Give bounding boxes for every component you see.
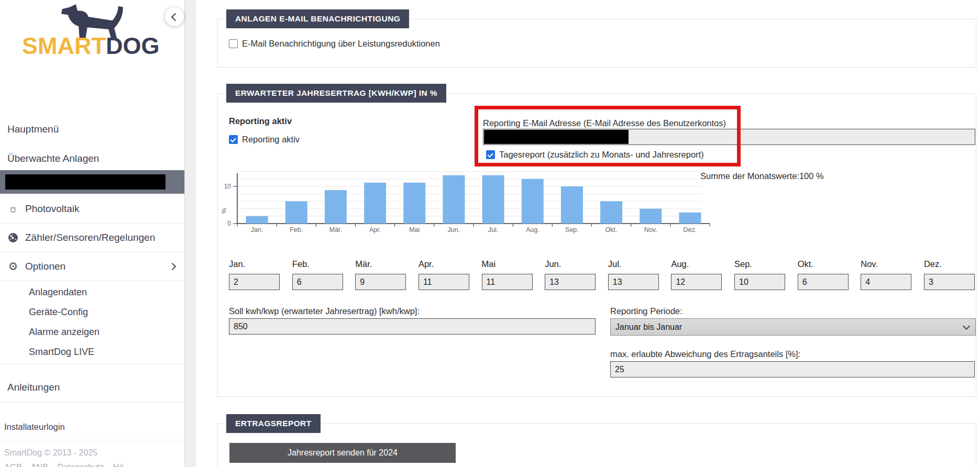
month-label: Aug. <box>671 259 722 269</box>
chevron-down-icon <box>963 322 970 329</box>
leistungsreduktion-checkbox-label: E-Mail Benachrichtigung über Leistungsre… <box>242 39 440 49</box>
month-label: Okt. <box>798 259 849 269</box>
month-label: Apr. <box>419 259 469 269</box>
svg-text:Nov.: Nov. <box>644 226 657 234</box>
sidebar-item-hauptmenu[interactable]: Hauptmenü <box>7 124 59 135</box>
leistungsreduktion-checkbox[interactable] <box>229 39 238 48</box>
sidebar-subitem-smartdog-live[interactable]: SmartDog LIVE <box>29 347 94 358</box>
reporting-aktiv-heading: Reporting aktiv <box>229 116 292 126</box>
bar-dez <box>679 213 701 224</box>
month-input-col-feb: Feb. <box>292 259 343 290</box>
month-percentage-input[interactable] <box>798 274 849 290</box>
month-label: Jan. <box>229 259 280 269</box>
monthly-yield-bar-chart: 010%Jan.Feb.Mär.Apr.MaiJun.Jul.Aug.Sep.O… <box>220 170 715 238</box>
sun-icon: ☼ <box>6 202 20 216</box>
sidebar-item-ueberwachte-anlagen[interactable]: Überwachte Anlagen <box>7 153 99 164</box>
redacted-plant-name <box>5 174 166 190</box>
svg-text:%: % <box>221 208 228 214</box>
ertragsreport-section-title: ERTRAGSREPORT <box>226 414 321 433</box>
svg-text:Feb.: Feb. <box>290 226 303 234</box>
month-input-col-aug: Aug. <box>671 259 722 290</box>
monthly-sum-text: Summe der Monatswerte:100 % <box>700 171 824 181</box>
sidebar-collapse-button[interactable] <box>165 7 184 26</box>
month-input-col-mai: Mai <box>482 259 533 290</box>
sidebar-item-active-plant[interactable] <box>0 170 184 194</box>
bar-sep <box>561 186 583 224</box>
divider <box>0 402 184 403</box>
svg-text:Jan.: Jan. <box>251 226 263 234</box>
smartdog-logo: SMARTDOG <box>20 3 161 60</box>
svg-text:Apr.: Apr. <box>369 226 381 234</box>
reporting-periode-label: Reporting Periode: <box>610 306 682 316</box>
logo-smart: SMART <box>22 32 106 59</box>
month-label: Nov. <box>861 259 911 269</box>
month-input-col-nov: Nov. <box>861 259 911 290</box>
abweichung-label: max. erlaubte Abweichung des Ertragsante… <box>610 349 800 359</box>
bar-nov <box>640 209 662 224</box>
soll-kwh-label: Soll kwh/kwp (erwarteter Jahresertrag) [… <box>229 306 420 316</box>
reporting-periode-select[interactable]: Januar bis Januar <box>610 318 976 336</box>
chevron-right-icon <box>169 263 176 270</box>
soll-kwh-input[interactable] <box>229 318 596 335</box>
month-percentage-input[interactable] <box>419 274 469 290</box>
month-percentage-input[interactable] <box>482 274 533 290</box>
bar-jan <box>246 216 268 224</box>
svg-text:Mär.: Mär. <box>329 226 342 234</box>
month-input-col-sep: Sep. <box>734 259 785 290</box>
sidebar-item-photovoltaik[interactable]: ☼ Photovoltaik <box>0 194 184 223</box>
sidebar-subitem-geraete-config[interactable]: Geräte-Config <box>29 307 88 318</box>
month-percentage-input[interactable] <box>861 274 911 290</box>
tagesreport-checkbox-row[interactable]: Tagesreport (zusätzlich zu Monats- und J… <box>486 150 704 160</box>
month-label: Mär. <box>355 259 406 269</box>
reporting-aktiv-checkbox[interactable] <box>229 135 238 144</box>
expected-yield-section-title: ERWARTETER JAHRESERTRAG [KWH/KWP] IN % <box>226 84 446 103</box>
month-percentage-input[interactable] <box>229 274 280 290</box>
svg-text:Mai: Mai <box>409 226 420 234</box>
divider <box>0 281 184 281</box>
month-label: Feb. <box>292 259 343 269</box>
month-input-col-jan: Jan. <box>229 259 280 290</box>
month-percentage-input[interactable] <box>734 274 785 290</box>
footer-links[interactable]: AGB – ANB – Datenschutz – Hä <box>4 463 124 467</box>
tagesreport-checkbox-label: Tagesreport (zusätzlich zu Monats- und J… <box>499 150 704 160</box>
bar-apr <box>364 183 386 224</box>
month-percentage-input[interactable] <box>292 274 343 290</box>
month-percentage-input[interactable] <box>608 274 659 290</box>
sidebar-subitem-anlagendaten[interactable]: Anlagendaten <box>29 287 87 298</box>
reporting-aktiv-checkbox-label: Reporting aktiv <box>242 135 300 144</box>
jahresreport-senden-button[interactable]: Jahresreport senden für 2024 <box>229 443 456 463</box>
sidebar-item-anleitungen[interactable]: Anleitungen <box>7 382 60 393</box>
sidebar-subitem-alarme-anzeigen[interactable]: Alarme anzeigen <box>29 327 100 338</box>
sidebar-item-zaehler-sensoren[interactable]: Zähler/Sensoren/Regelungen <box>0 224 184 252</box>
sidebar-item-optionen[interactable]: ⚙ Optionen <box>0 252 184 281</box>
month-percentage-input[interactable] <box>355 274 406 290</box>
month-label: Dez. <box>924 259 975 269</box>
bar-jun <box>443 175 465 224</box>
svg-text:10: 10 <box>224 183 232 190</box>
gears-icon: ⚙ <box>6 260 20 273</box>
sidebar-item-label: Optionen <box>25 261 65 272</box>
svg-text:Dez.: Dez. <box>684 226 697 234</box>
bar-okt <box>600 201 622 224</box>
month-percentage-input[interactable] <box>671 274 722 290</box>
leistungsreduktion-checkbox-row[interactable]: E-Mail Benachrichtigung über Leistungsre… <box>229 39 440 49</box>
chevron-left-icon <box>171 13 180 21</box>
sidebar: SMARTDOG Hauptmenü Überwachte Anlagen ☼ … <box>0 0 184 467</box>
month-input-col-mär: Mär. <box>355 259 406 290</box>
bar-mai <box>403 183 425 224</box>
month-input-col-apr: Apr. <box>419 259 469 290</box>
month-percentage-input[interactable] <box>545 274 596 290</box>
month-percentage-input[interactable] <box>924 274 975 290</box>
abweichung-input[interactable] <box>610 361 975 377</box>
smartdog-logo-text: SMARTDOG <box>22 32 160 60</box>
month-label: Mai <box>482 259 533 269</box>
reporting-aktiv-checkbox-row[interactable]: Reporting aktiv <box>229 135 300 144</box>
month-percentage-inputs-row: Jan.Feb.Mär.Apr.MaiJun.Jul.Aug.Sep.Okt.N… <box>229 259 975 290</box>
tagesreport-checkbox[interactable] <box>486 150 495 159</box>
sidebar-scrollbar-gutter[interactable] <box>184 0 196 467</box>
month-label: Sep. <box>734 259 785 269</box>
svg-text:Jul.: Jul. <box>488 226 498 234</box>
installer-login-link[interactable]: Installateurlogin <box>4 422 65 432</box>
month-input-col-dez: Dez. <box>924 259 975 290</box>
logo-dog: DOG <box>106 32 160 59</box>
